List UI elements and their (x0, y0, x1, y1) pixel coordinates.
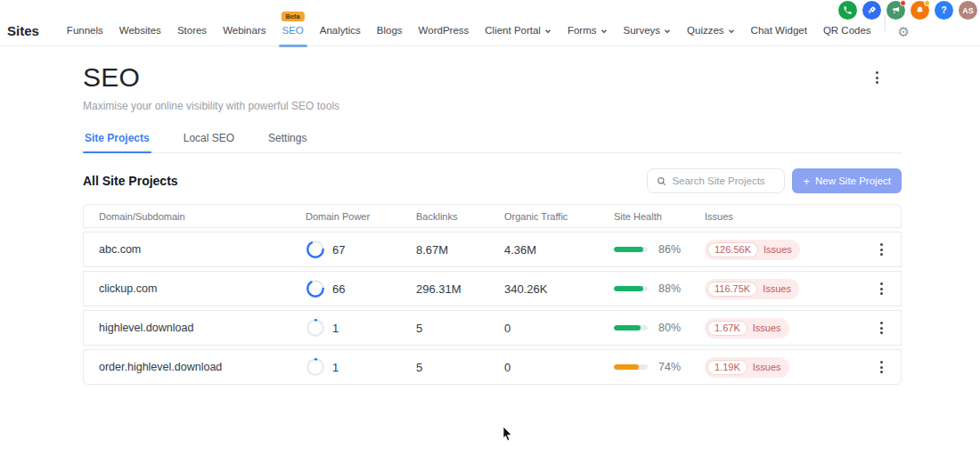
megaphone-icon[interactable] (886, 1, 905, 20)
domain-cell[interactable]: abc.com (99, 243, 306, 256)
issues-label: Issues (753, 362, 781, 372)
domain-power-value: 1 (332, 361, 339, 374)
nav-item-label: QR Codes (823, 24, 871, 37)
organic-traffic-cell: 4.36M (504, 243, 614, 257)
domain-power-ring (306, 357, 325, 377)
sites-settings-gear-icon[interactable]: ⚙ (894, 25, 913, 40)
backlinks-cell: 296.31M (416, 282, 504, 296)
site-health-cell: 88% (614, 282, 705, 295)
issues-cell: 116.75K Issues (705, 279, 862, 299)
nav-item-surveys[interactable]: Surveys (616, 22, 680, 40)
domain-power-cell: 67 (306, 240, 416, 259)
page-subtitle: Maximise your online visibility with pow… (83, 100, 902, 112)
page-options-kebab-icon[interactable] (872, 68, 882, 87)
site-health-cell: 80% (614, 322, 705, 334)
tab-settings[interactable]: Settings (266, 127, 308, 152)
nav-item-analytics[interactable]: Analytics (312, 22, 369, 40)
page-title: SEO (83, 62, 140, 93)
nav-item-webinars[interactable]: Webinars (215, 22, 274, 40)
nav-item-chat-widget[interactable]: Chat Widget (743, 22, 815, 40)
new-site-project-button[interactable]: + New Site Project (792, 168, 902, 193)
table-row: abc.com 67 8.67M 4.36M 86% 126.56K Issue… (83, 232, 902, 267)
issues-cell: 1.19K Issues (705, 357, 862, 378)
nav-item-stores[interactable]: Stores (169, 22, 215, 40)
row-options-kebab-icon[interactable] (877, 318, 886, 338)
health-percent: 80% (658, 322, 681, 334)
row-options-kebab-icon[interactable] (877, 357, 886, 377)
backlinks-cell: 5 (416, 361, 504, 374)
bell-icon[interactable] (911, 1, 929, 20)
domain-power-cell: 1 (306, 318, 416, 338)
row-options-kebab-icon[interactable] (877, 279, 886, 298)
domain-cell[interactable]: highlevel.download (99, 322, 306, 334)
nav-item-client-portal[interactable]: Client Portal (477, 22, 559, 40)
search-input[interactable] (672, 176, 775, 186)
phone-icon[interactable] (838, 1, 857, 20)
row-options-kebab-icon[interactable] (877, 240, 886, 259)
domain-cell[interactable]: clickup.com (99, 282, 306, 295)
nav-item-qr-codes[interactable]: QR Codes (815, 22, 879, 40)
avatar[interactable]: AS (959, 1, 977, 20)
chevron-down-icon (728, 28, 735, 35)
issues-badge[interactable]: 1.67K Issues (705, 318, 789, 339)
nav-item-blogs[interactable]: Blogs (369, 22, 411, 40)
rocket-icon[interactable] (862, 1, 881, 20)
domain-cell[interactable]: order.highlevel.download (99, 361, 306, 373)
search-icon (657, 176, 666, 186)
nav-item-quizzes[interactable]: Quizzes (679, 22, 743, 40)
top-navigation-bar: Sites Funnels Websites Stores Webinars B… (0, 0, 980, 46)
primary-nav: Funnels Websites Stores Webinars Beta SE… (59, 22, 879, 40)
nav-item-label: Surveys (624, 24, 661, 37)
backlinks-cell: 5 (416, 322, 504, 335)
organic-traffic-cell: 0 (504, 361, 614, 374)
col-domain-power: Domain Power (306, 211, 416, 222)
organic-traffic-cell: 340.26K (504, 282, 614, 296)
health-percent: 88% (658, 282, 681, 295)
nav-item-seo[interactable]: Beta SEO (274, 22, 312, 40)
seo-tabs: Site Projects Local SEO Settings (83, 127, 902, 153)
tab-site-projects[interactable]: Site Projects (83, 127, 151, 152)
notification-yellow-dot (924, 0, 930, 6)
beta-badge: Beta (281, 11, 306, 22)
app-brand: Sites (7, 22, 39, 40)
site-projects-table: Domain/Subdomain Domain Power Backlinks … (83, 204, 902, 385)
nav-item-label: Websites (119, 24, 161, 37)
col-domain: Domain/Subdomain (99, 211, 306, 222)
table-header-row: Domain/Subdomain Domain Power Backlinks … (83, 204, 902, 228)
table-row: clickup.com 66 296.31M 340.26K 88% 116.7… (83, 271, 902, 306)
nav-item-funnels[interactable]: Funnels (59, 22, 111, 40)
chevron-down-icon (600, 28, 608, 35)
issues-cell: 126.56K Issues (705, 240, 862, 260)
search-site-projects-box[interactable] (647, 168, 785, 193)
nav-item-wordpress[interactable]: WordPress (411, 22, 478, 40)
issues-label: Issues (764, 244, 792, 255)
health-percent: 74% (658, 361, 681, 373)
domain-power-value: 1 (332, 322, 339, 335)
plus-icon: + (803, 176, 810, 187)
issues-badge[interactable]: 116.75K Issues (705, 279, 799, 299)
nav-item-label: Webinars (223, 24, 265, 37)
nav-item-label: Client Portal (485, 24, 541, 37)
topbar-utility-icons: ? AS (838, 1, 977, 20)
issues-cell: 1.67K Issues (705, 318, 862, 339)
site-health-cell: 86% (614, 243, 705, 256)
nav-item-websites[interactable]: Websites (111, 22, 169, 40)
nav-item-label: WordPress (419, 24, 470, 37)
nav-item-label: Analytics (320, 24, 361, 37)
issues-badge[interactable]: 126.56K Issues (705, 240, 800, 260)
col-backlinks: Backlinks (416, 211, 504, 222)
nav-item-forms[interactable]: Forms (559, 22, 616, 40)
col-organic-traffic: Organic Traffic (504, 211, 614, 222)
chevron-down-icon (664, 28, 671, 35)
table-row: order.highlevel.download 1 5 0 74% 1.19K… (83, 349, 902, 385)
col-site-health: Site Health (614, 211, 705, 222)
notification-red-dot (900, 0, 906, 6)
issues-badge[interactable]: 1.19K Issues (705, 357, 789, 378)
domain-power-value: 67 (332, 243, 345, 257)
issues-count: 126.56K (707, 242, 758, 257)
tab-local-seo[interactable]: Local SEO (182, 127, 236, 152)
backlinks-cell: 8.67M (416, 243, 504, 257)
nav-item-label: SEO (282, 24, 304, 37)
help-icon[interactable]: ? (935, 1, 953, 20)
nav-item-label: Stores (177, 24, 207, 37)
